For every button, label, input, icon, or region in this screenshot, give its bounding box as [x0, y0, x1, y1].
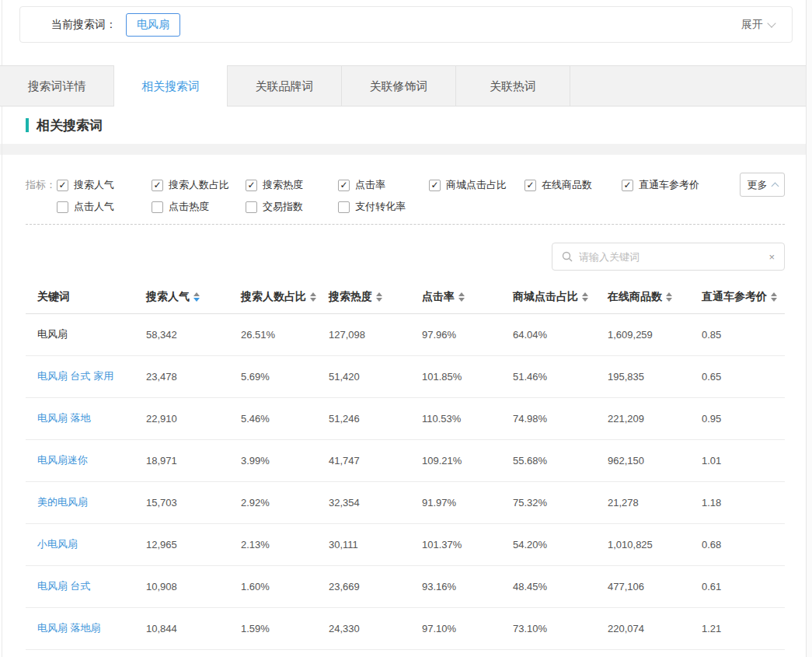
- sort-icon[interactable]: [376, 292, 382, 302]
- metric-ztc-ref-price[interactable]: 直通车参考价: [622, 178, 699, 192]
- clear-input-icon[interactable]: ×: [768, 252, 775, 262]
- metric-click-heat[interactable]: 点击热度: [152, 200, 246, 214]
- table-row: 电风扇 台式 家用 23,478 5.69% 51,420 101.85% 51…: [26, 355, 785, 397]
- keyword-link[interactable]: 电风扇 台式 家用: [26, 355, 146, 397]
- col-click-rate[interactable]: 点击率: [422, 281, 513, 313]
- metric-online-products[interactable]: 在线商品数: [524, 178, 622, 192]
- keyword-link[interactable]: 电风扇 落地: [26, 397, 146, 439]
- divider-band: [0, 144, 812, 155]
- related-search-table: 关键词 搜索人气 搜索人数占比 搜索热度 点击率 商城点击占比 在线商品数 直通…: [26, 281, 785, 650]
- checkbox-unchecked-icon[interactable]: [246, 201, 257, 213]
- more-button[interactable]: 更多: [740, 173, 785, 197]
- col-search-heat[interactable]: 搜索热度: [329, 281, 422, 313]
- sort-icon[interactable]: [771, 292, 777, 302]
- expand-button[interactable]: 展开: [741, 18, 775, 32]
- metric-click-rate[interactable]: 点击率: [338, 178, 429, 192]
- metric-search-popularity[interactable]: 搜索人气: [57, 178, 152, 192]
- section-accent-bar: [26, 118, 29, 132]
- col-mall-click-ratio[interactable]: 商城点击占比: [513, 281, 608, 313]
- col-searcher-ratio[interactable]: 搜索人数占比: [241, 281, 329, 313]
- table-row: 小电风扇 12,965 2.13% 30,111 101.37% 54.20% …: [26, 523, 785, 565]
- metrics-label: 指标：: [26, 178, 57, 192]
- keyword-search-box[interactable]: ×: [552, 243, 785, 271]
- sort-icon[interactable]: [458, 292, 465, 302]
- metric-searcher-ratio[interactable]: 搜索人数占比: [152, 178, 246, 192]
- table-header-row: 关键词 搜索人气 搜索人数占比 搜索热度 点击率 商城点击占比 在线商品数 直通…: [26, 281, 785, 313]
- keyword-link[interactable]: 小电风扇: [26, 523, 146, 565]
- section-title: 相关搜索词: [37, 117, 103, 135]
- search-row: ×: [0, 225, 812, 281]
- expand-label: 展开: [741, 18, 763, 32]
- keyword-link[interactable]: 电风扇迷你: [26, 439, 146, 481]
- current-search-card: 当前搜索词： 电风扇 展开: [19, 6, 793, 43]
- table-row: 电风扇 落地扇 10,844 1.59% 24,330 97.10% 73.10…: [26, 607, 785, 649]
- search-icon: [562, 251, 573, 262]
- metric-click-popularity[interactable]: 点击人气: [57, 200, 152, 214]
- checkbox-checked-icon[interactable]: [152, 180, 163, 191]
- table-row: 电风扇 58,342 26.51% 127,098 97.96% 64.04% …: [26, 313, 785, 355]
- metric-payment-conversion[interactable]: 支付转化率: [338, 200, 429, 214]
- checkbox-unchecked-icon[interactable]: [152, 201, 163, 213]
- checkbox-checked-icon[interactable]: [524, 180, 536, 191]
- chevron-up-icon: [771, 182, 779, 190]
- col-ztc-ref-price[interactable]: 直通车参考价: [702, 281, 785, 313]
- sort-icon[interactable]: [310, 292, 316, 302]
- checkbox-checked-icon[interactable]: [622, 180, 633, 191]
- sort-icon[interactable]: [582, 292, 588, 302]
- metric-search-heat[interactable]: 搜索热度: [246, 178, 338, 192]
- checkbox-checked-icon[interactable]: [429, 180, 441, 191]
- tab-related-hot-words[interactable]: 关联热词: [456, 65, 570, 107]
- keyword-link[interactable]: 电风扇 落地扇: [26, 607, 146, 649]
- keyword-cell: 电风扇: [26, 313, 146, 355]
- tab-related-search-words[interactable]: 相关搜索词: [113, 65, 228, 107]
- col-online-products[interactable]: 在线商品数: [608, 281, 702, 313]
- col-keyword: 关键词: [26, 281, 146, 313]
- keyword-link[interactable]: 美的电风扇: [26, 481, 146, 523]
- tab-related-modifier-words[interactable]: 关联修饰词: [342, 65, 456, 107]
- tab-related-brand-words[interactable]: 关联品牌词: [228, 65, 342, 107]
- table-row: 电风扇 落地 22,910 5.46% 51,246 110.53% 74.98…: [26, 397, 785, 439]
- sort-icon[interactable]: [193, 292, 200, 302]
- checkbox-checked-icon[interactable]: [338, 180, 350, 191]
- checkbox-unchecked-icon[interactable]: [338, 201, 350, 213]
- checkbox-checked-icon[interactable]: [57, 180, 68, 191]
- col-search-popularity[interactable]: 搜索人气: [146, 281, 241, 313]
- tab-bar: 搜索词详情 相关搜索词 关联品牌词 关联修饰词 关联热词: [0, 65, 812, 107]
- checkbox-unchecked-icon[interactable]: [57, 201, 68, 213]
- current-keyword-chip[interactable]: 电风扇: [126, 13, 180, 37]
- metric-transaction-index[interactable]: 交易指数: [246, 200, 338, 214]
- section-header: 相关搜索词: [0, 107, 812, 144]
- table-row: 电风扇 台式 10,908 1.60% 23,669 93.16% 48.45%…: [26, 565, 785, 607]
- table-row: 美的电风扇 15,703 2.92% 32,354 91.97% 75.32% …: [26, 481, 785, 523]
- top-bar: 当前搜索词： 电风扇 展开: [0, 0, 812, 65]
- current-search-label: 当前搜索词：: [51, 18, 117, 32]
- metric-mall-click-ratio[interactable]: 商城点击占比: [429, 178, 524, 192]
- metric-filters: 指标： 搜索人气 搜索人数占比 搜索热度 点击率 商城点击占比 在线商品数 直通…: [0, 155, 812, 224]
- tab-search-word-detail[interactable]: 搜索词详情: [0, 65, 114, 107]
- keyword-search-input[interactable]: [579, 251, 762, 263]
- chevron-down-icon: [767, 19, 775, 27]
- sort-icon[interactable]: [666, 292, 672, 302]
- keyword-link[interactable]: 电风扇 台式: [26, 565, 146, 607]
- scrollbar[interactable]: [806, 0, 812, 657]
- checkbox-checked-icon[interactable]: [246, 180, 257, 191]
- table-row: 电风扇迷你 18,971 3.99% 41,747 109.21% 55.68%…: [26, 439, 785, 481]
